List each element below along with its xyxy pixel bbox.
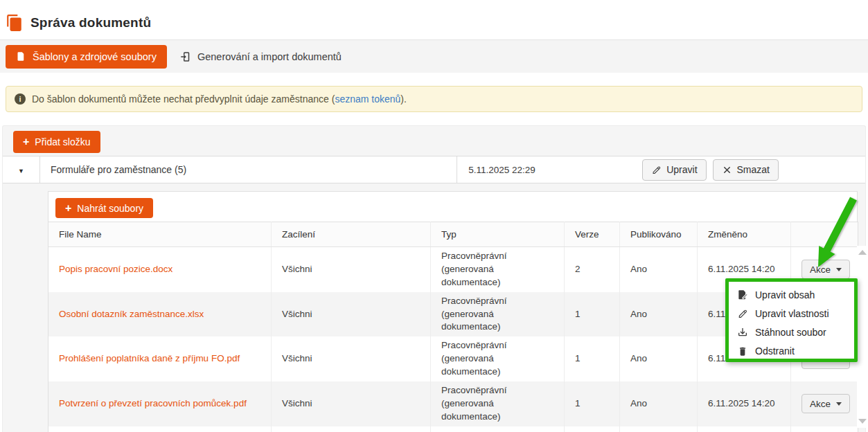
col-actions	[791, 222, 858, 247]
page-header: Správa dokumentů	[6, 14, 151, 32]
tab-templates[interactable]: Šablony a zdrojové soubory	[6, 45, 167, 69]
download-icon	[737, 327, 748, 338]
annotation-box: Upravit obsah Upravit vlastnosti Stáhnou…	[725, 278, 858, 362]
cell-type: Pracovněprávní (generovaná dokumentace)	[431, 292, 565, 337]
file-link[interactable]: Prohlášení poplatníka daně z příjmu FO.p…	[59, 353, 240, 363]
folder-modified: 5.11.2025 22:29	[457, 156, 639, 183]
cell-version: 1	[565, 292, 620, 337]
banner-text: Do šablon dokumentů můžete nechat předvy…	[32, 93, 407, 105]
col-published: Publikováno	[620, 222, 698, 247]
cell-type: Pracovněprávní (generovaná dokumentace)	[431, 336, 565, 381]
col-file-name: File Name	[48, 222, 272, 247]
cell-published: Ano	[620, 381, 698, 426]
cell-type: Pracovněprávní (generovaná dokumentace)	[431, 381, 565, 426]
cell-version: 1	[565, 336, 620, 381]
pencil-icon	[651, 165, 662, 175]
cell-published: Ano	[620, 247, 698, 292]
scrollbar	[857, 246, 867, 428]
file-link[interactable]: Osobní dotazník zaměstnance.xlsx	[59, 309, 204, 319]
tab-generate[interactable]: Generování a import dokumentů	[179, 51, 342, 63]
delete-folder-label: Smazat	[737, 164, 770, 175]
tokens-link[interactable]: seznam tokenů	[335, 93, 400, 105]
scroll-up-arrow[interactable]	[858, 250, 867, 255]
chevron-down-icon	[836, 402, 842, 406]
plus-icon	[23, 136, 29, 147]
cell-version: 1	[565, 426, 620, 432]
cell-published: Ano	[620, 336, 698, 381]
cell-target: Všichni	[272, 381, 431, 426]
cell-target: Všichni	[272, 292, 431, 337]
edit-folder-label: Upravit	[666, 164, 697, 175]
table-row: Potvrzení o převzetí pracovních pomůcek.…	[48, 381, 858, 426]
documents-icon	[6, 14, 24, 32]
menu-item-edit-content[interactable]: Upravit obsah	[729, 285, 854, 304]
pencil-icon	[737, 308, 748, 319]
document-icon	[16, 51, 26, 62]
collapse-folder-button[interactable]	[3, 156, 40, 183]
cell-type: Pracovněprávní (generovaná dokumentace)	[431, 247, 565, 292]
folder-row: Formuláře pro zaměstnance (5) 5.11.2025 …	[3, 156, 865, 183]
cell-target: Všichni	[272, 426, 431, 432]
page-title: Správa dokumentů	[30, 15, 151, 30]
import-document-icon	[179, 51, 192, 63]
table-header-row: File Name Zacílení Typ Verze Publikováno…	[48, 222, 858, 247]
tab-bar: Šablony a zdrojové soubory Generování a …	[0, 39, 868, 73]
cell-version: 2	[565, 247, 620, 292]
cell-changed: 6.11.2025 14:21	[698, 426, 791, 432]
cell-target: Všichni	[272, 247, 431, 292]
menu-item-edit-properties[interactable]: Upravit vlastnosti	[729, 304, 854, 323]
tab-templates-label: Šablony a zdrojové soubory	[33, 51, 157, 62]
trash-icon	[737, 345, 748, 357]
cell-type: Pracovněprávní (generovaná dokumentace)	[431, 426, 565, 432]
upload-files-label: Nahrát soubory	[77, 203, 143, 214]
col-target: Zacílení	[272, 222, 431, 247]
upload-files-button[interactable]: Nahrát soubory	[55, 198, 153, 218]
cell-published: Ano	[620, 426, 698, 432]
row-actions-button[interactable]: Akce	[801, 394, 850, 413]
row-actions-button[interactable]: Akce	[801, 260, 850, 279]
col-type: Typ	[431, 222, 565, 247]
menu-item-download-file[interactable]: Stáhnout soubor	[729, 323, 854, 341]
edit-folder-button[interactable]: Upravit	[642, 159, 706, 181]
col-changed: Změněno	[698, 222, 791, 247]
cell-published: Ano	[620, 292, 698, 337]
x-icon	[722, 165, 732, 175]
cell-target: Všichni	[272, 336, 431, 381]
cell-changed: 6.11.2025 14:20	[698, 381, 791, 426]
edit-document-icon	[737, 289, 748, 300]
menu-item-delete[interactable]: Odstranit	[729, 341, 854, 360]
plus-icon	[65, 203, 71, 214]
actions-dropdown-menu: Upravit obsah Upravit vlastnosti Stáhnou…	[729, 282, 854, 363]
info-banner: Do šablon dokumentů můžete nechat předvy…	[6, 86, 862, 112]
folder-name: Formuláře pro zaměstnance (5)	[40, 164, 457, 175]
delete-folder-button[interactable]: Smazat	[713, 159, 779, 181]
cell-version: 1	[565, 381, 620, 426]
chevron-down-icon	[836, 268, 842, 271]
add-folder-button[interactable]: Přidat složku	[13, 131, 100, 153]
add-folder-label: Přidat složku	[35, 136, 90, 147]
table-row: Seznam proškolení BOZP a PO při nástupu.…	[48, 426, 858, 432]
scroll-down-arrow[interactable]	[858, 419, 867, 424]
tab-generate-label: Generování a import dokumentů	[197, 51, 342, 62]
info-icon	[15, 93, 26, 105]
file-link[interactable]: Potvrzení o převzetí pracovních pomůcek.…	[59, 398, 247, 408]
file-link[interactable]: Popis pracovní pozice.docx	[59, 264, 172, 274]
chevron-down-icon	[18, 165, 24, 175]
col-version: Verze	[565, 222, 620, 247]
